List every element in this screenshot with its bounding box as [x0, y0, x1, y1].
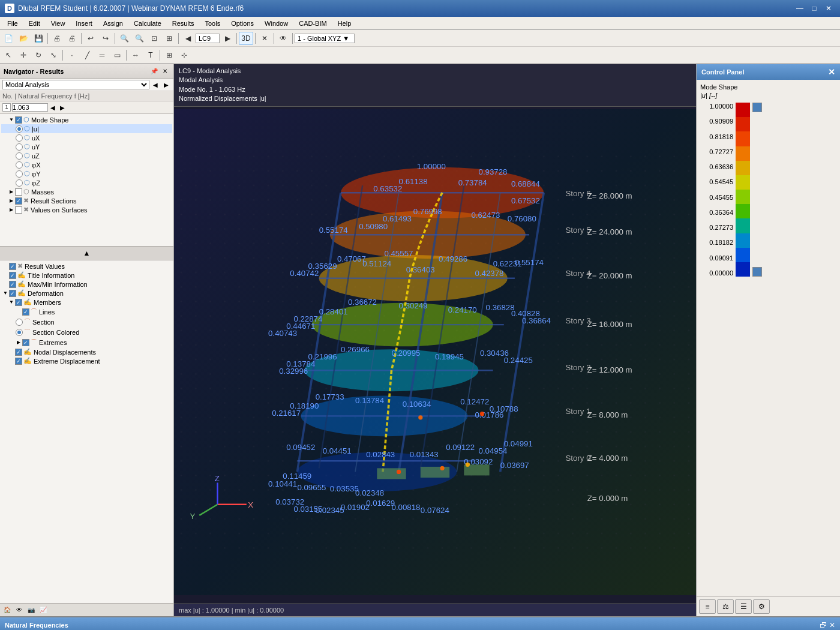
nd-cb[interactable]: ✓ — [15, 349, 22, 356]
analysis-select[interactable]: Modal Analysis — [2, 80, 149, 89]
cp-scale-btn[interactable]: ⚖ — [717, 599, 734, 614]
3d-viewport[interactable]: Story 6 Story 5 Story 4 Story 3 Story 2 … — [174, 109, 696, 595]
phix-rb[interactable] — [16, 161, 23, 169]
nav-ux[interactable]: ⬡ uX — [1, 133, 172, 142]
nav-nodal-displacements[interactable]: ▶ ✓ ✍ Nodal Displacements — [1, 347, 172, 356]
def-arrow[interactable]: ▼ — [2, 290, 8, 296]
tb-view-3d[interactable]: 3D — [239, 32, 253, 45]
nav-extremes[interactable]: ▶ ✓ ⌒ Extremes — [1, 337, 172, 347]
section-colored-rb[interactable] — [16, 329, 23, 336]
nav-result-sections[interactable]: ▶ ✓ ✖ Result Sections — [1, 196, 172, 205]
section-rb[interactable] — [16, 319, 23, 326]
phiy-rb[interactable] — [16, 170, 23, 178]
expand-arrow[interactable]: ▼ — [8, 117, 14, 123]
view-dropdown[interactable]: 1 - Global XYZ ▼ — [295, 34, 355, 43]
mem-cb[interactable]: ✓ — [15, 299, 22, 306]
mode-value-row[interactable]: 1 ◀ ▶ — [0, 101, 173, 114]
tb-member[interactable]: ═ — [95, 49, 109, 62]
bottom-restore-btn[interactable]: 🗗 — [820, 621, 827, 629]
tb-zoom-sel[interactable]: ⊞ — [162, 32, 176, 45]
nav-uz[interactable]: ⬡ uZ — [1, 151, 172, 160]
tb-surface[interactable]: ▭ — [110, 49, 124, 62]
panel-3d-view-btn[interactable]: 🏠 — [2, 605, 12, 615]
phiz-rb[interactable] — [16, 179, 23, 187]
nav-members[interactable]: ▼ ✓ ✍ Members — [1, 298, 172, 307]
masses-arrow[interactable]: ▶ — [8, 189, 14, 195]
mem-arrow[interactable]: ▼ — [8, 299, 14, 305]
cp-table-btn[interactable]: ≡ — [699, 599, 716, 614]
nav-section-colored[interactable]: ⌒ Section Colored — [1, 327, 172, 337]
nav-result-values[interactable]: ▶ ✓ ✖ Result Values — [1, 262, 172, 271]
u-abs-rb[interactable] — [16, 125, 23, 133]
tb-scale[interactable]: ⤡ — [46, 49, 61, 62]
tb-open[interactable]: 📂 — [16, 32, 31, 45]
nav-pin-button[interactable]: 📌 — [149, 67, 159, 76]
nav-next-button[interactable]: ▶ — [161, 80, 171, 89]
tb-line[interactable]: ╱ — [80, 49, 94, 62]
tb-new[interactable]: 📄 — [1, 32, 16, 45]
control-panel-close[interactable]: ✕ — [828, 67, 835, 77]
mode-freq-input[interactable] — [12, 103, 48, 112]
def-cb[interactable]: ✓ — [9, 290, 16, 297]
nav-lines[interactable]: ▶ ✓ ⌒ Lines — [1, 307, 172, 317]
rv-cb[interactable]: ✓ — [9, 263, 16, 270]
result-sections-arrow[interactable]: ▶ — [8, 198, 14, 204]
nav-phiz[interactable]: ⬡ φZ — [1, 178, 172, 187]
cp-list-btn[interactable]: ☰ — [735, 599, 752, 614]
menu-assign[interactable]: Assign — [98, 19, 128, 28]
masses-cb[interactable] — [15, 188, 22, 196]
mmi-cb[interactable]: ✓ — [9, 281, 16, 288]
tb-save[interactable]: 💾 — [31, 32, 46, 45]
nav-values-surfaces[interactable]: ▶ ✖ Values on Surfaces — [1, 205, 172, 214]
menu-help[interactable]: Help — [333, 19, 356, 28]
tb-text[interactable]: T — [143, 49, 158, 62]
values-surfaces-cb[interactable] — [15, 206, 22, 214]
mode-shape-cb[interactable]: ✓ — [15, 116, 22, 124]
mode-next[interactable]: ▶ — [58, 103, 67, 112]
tb-undo[interactable]: ↩ — [83, 32, 98, 45]
nav-prev-button[interactable]: ◀ — [151, 80, 160, 89]
nav-section[interactable]: ⌒ Section — [1, 317, 172, 327]
result-sections-cb[interactable]: ✓ — [15, 197, 22, 205]
nav-phix[interactable]: ⬡ φX — [1, 160, 172, 169]
tb-node[interactable]: · — [65, 49, 79, 62]
tb-rotate[interactable]: ↻ — [31, 49, 46, 62]
menu-insert[interactable]: Insert — [71, 19, 97, 28]
ext-cb[interactable]: ✓ — [22, 339, 29, 346]
tb-lc-prev[interactable]: ◀ — [181, 32, 195, 45]
nav-deformation[interactable]: ▼ ✓ ✍ Deformation — [1, 289, 172, 298]
nav-uy[interactable]: ⬡ uY — [1, 142, 172, 151]
tb-grid[interactable]: ⊞ — [162, 49, 176, 62]
minimize-button[interactable]: — — [793, 3, 806, 14]
cp-settings-btn[interactable]: ⚙ — [753, 599, 770, 614]
menu-file[interactable]: File — [2, 19, 23, 28]
nav-maxmin-info[interactable]: ▶ ✓ ✍ Max/Min Information — [1, 280, 172, 289]
menu-window[interactable]: Window — [260, 19, 293, 28]
nav-phiy[interactable]: ⬡ φY — [1, 169, 172, 178]
tb-zoom-all[interactable]: ⊡ — [147, 32, 161, 45]
panel-camera-btn[interactable]: 📷 — [26, 605, 36, 615]
tb-select[interactable]: ↖ — [1, 49, 16, 62]
tb-zoom-out[interactable]: 🔍 — [132, 32, 146, 45]
lines-cb[interactable]: ✓ — [22, 308, 29, 316]
nav-scroll-up[interactable]: ▲ — [83, 249, 91, 257]
menu-cad-bim[interactable]: CAD-BIM — [294, 19, 331, 28]
panel-chart-btn[interactable]: 📈 — [38, 605, 48, 615]
ext-arrow[interactable]: ▶ — [16, 340, 22, 346]
nav-mode-shape[interactable]: ▼ ✓ ⬡ Mode Shape — [1, 115, 172, 124]
tb-dim[interactable]: ↔ — [128, 49, 143, 62]
ti-cb[interactable]: ✓ — [9, 272, 16, 279]
uy-rb[interactable] — [16, 143, 23, 151]
nav-analysis-dropdown[interactable]: Modal Analysis ◀ ▶ — [0, 79, 173, 91]
uz-rb[interactable] — [16, 152, 23, 160]
values-surfaces-arrow[interactable]: ▶ — [8, 207, 14, 213]
tb-lc-next[interactable]: ▶ — [220, 32, 235, 45]
mode-row[interactable]: No. | Natural Frequency f [Hz] — [0, 91, 173, 101]
tb-eye[interactable]: 👁 — [276, 32, 290, 45]
menu-tools[interactable]: Tools — [200, 19, 225, 28]
bottom-close-btn[interactable]: ✕ — [829, 621, 835, 629]
menu-results[interactable]: Results — [167, 19, 199, 28]
tb-print[interactable]: 🖨 — [50, 32, 64, 45]
mode-prev[interactable]: ◀ — [48, 103, 58, 112]
tb-snap[interactable]: ⊹ — [177, 49, 191, 62]
